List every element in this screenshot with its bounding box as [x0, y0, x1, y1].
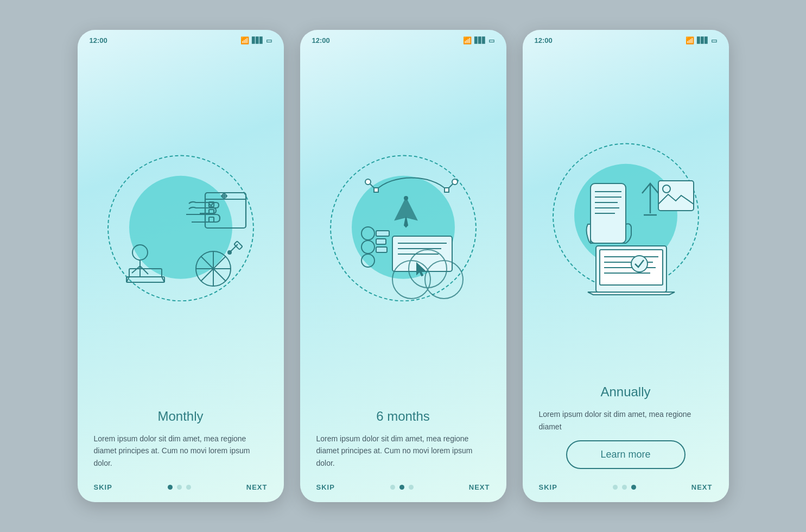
status-bar-3: 12:00 📶 ▋▋▋ ▭ [523, 30, 729, 48]
dots-1 [168, 485, 191, 490]
signal-icon-2: ▋▋▋ [474, 37, 486, 44]
status-icons-1: 📶 ▋▋▋ ▭ [240, 36, 272, 45]
skip-button-2[interactable]: SKIP [316, 483, 335, 491]
battery-icon-3: ▭ [711, 37, 717, 45]
dot-3-3 [631, 485, 636, 490]
status-icons-2: 📶 ▋▋▋ ▭ [463, 36, 494, 45]
svg-line-7 [132, 266, 140, 273]
screen-annually: 12:00 📶 ▋▋▋ ▭ [523, 30, 729, 502]
screen-desc-3: Lorem ipsum dolor sit dim amet, mea regi… [539, 408, 713, 433]
content-2: 6 months Lorem ipsum dolor sit dim amet,… [300, 403, 506, 477]
svg-point-27 [452, 179, 458, 185]
svg-rect-3 [129, 269, 162, 277]
status-icons-3: 📶 ▋▋▋ ▭ [686, 36, 717, 45]
next-button-1[interactable]: NEXT [246, 483, 268, 491]
bottom-nav-3: SKIP NEXT [523, 477, 729, 502]
screens-container: 12:00 📶 ▋▋▋ ▭ [78, 30, 729, 502]
wifi-icon-3: 📶 [686, 36, 694, 45]
skip-button-3[interactable]: SKIP [539, 483, 557, 491]
illustration-svg-3 [544, 135, 707, 297]
skip-button-1[interactable]: SKIP [94, 483, 112, 491]
dots-2 [390, 485, 414, 490]
learn-more-button[interactable]: Learn more [566, 440, 686, 469]
svg-point-30 [404, 197, 408, 200]
svg-rect-41 [376, 231, 389, 236]
svg-point-25 [365, 179, 371, 185]
svg-rect-2 [126, 277, 164, 282]
next-button-3[interactable]: NEXT [691, 483, 713, 491]
screen-desc-1: Lorem ipsum dolor sit dim amet, mea regi… [94, 433, 268, 469]
svg-point-40 [361, 254, 375, 267]
svg-point-38 [361, 227, 375, 240]
battery-icon-1: ▭ [266, 37, 272, 45]
content-3: Annually Lorem ipsum dolor sit dim amet,… [523, 379, 729, 477]
svg-rect-52 [658, 181, 694, 211]
next-button-2[interactable]: NEXT [469, 483, 490, 491]
status-bar-2: 12:00 📶 ▋▋▋ ▭ [300, 30, 506, 48]
screen-title-2: 6 months [316, 409, 490, 424]
screen-monthly: 12:00 📶 ▋▋▋ ▭ [78, 30, 284, 502]
bottom-nav-1: SKIP NEXT [78, 477, 284, 502]
dot-2-1 [390, 485, 395, 490]
time-label-2: 12:00 [312, 36, 330, 45]
svg-rect-28 [374, 188, 378, 192]
svg-rect-12 [209, 217, 214, 222]
battery-icon-2: ▭ [488, 37, 494, 45]
time-label-3: 12:00 [535, 36, 553, 45]
screen-desc-2: Lorem ipsum dolor sit dim amet, mea regi… [316, 433, 490, 469]
illustration-area-2 [300, 48, 506, 403]
illustration-area-1 [78, 48, 284, 403]
svg-rect-22 [234, 242, 243, 250]
dot-3-2 [622, 485, 627, 490]
dot-1-1 [168, 485, 173, 490]
screen-six-months: 12:00 📶 ▋▋▋ ▭ [300, 30, 506, 502]
svg-rect-42 [376, 239, 386, 244]
screen-title-1: Monthly [94, 409, 268, 424]
svg-rect-29 [445, 188, 449, 192]
svg-point-60 [631, 256, 648, 272]
svg-rect-43 [376, 247, 387, 252]
dot-1-2 [177, 485, 182, 490]
time-label-1: 12:00 [90, 36, 107, 45]
svg-point-39 [361, 240, 375, 254]
illustration-svg-2 [322, 147, 485, 309]
svg-point-0 [132, 245, 148, 260]
wifi-icon-2: 📶 [463, 36, 472, 45]
status-bar-1: 12:00 📶 ▋▋▋ ▭ [78, 30, 284, 48]
dot-2-2 [399, 485, 404, 490]
dot-2-3 [409, 485, 414, 490]
signal-icon-1: ▋▋▋ [252, 37, 263, 44]
screen-title-3: Annually [539, 384, 713, 400]
dot-1-3 [186, 485, 191, 490]
illustration-area-3 [523, 48, 729, 379]
bottom-nav-2: SKIP NEXT [300, 477, 506, 502]
content-1: Monthly Lorem ipsum dolor sit dim amet, … [78, 403, 284, 477]
illustration-svg-1 [99, 147, 262, 309]
signal-icon-3: ▋▋▋ [697, 37, 708, 44]
dots-3 [613, 485, 636, 490]
svg-point-23 [228, 251, 231, 254]
svg-line-6 [140, 266, 148, 274]
wifi-icon-1: 📶 [240, 36, 249, 45]
dot-3-1 [613, 485, 618, 490]
